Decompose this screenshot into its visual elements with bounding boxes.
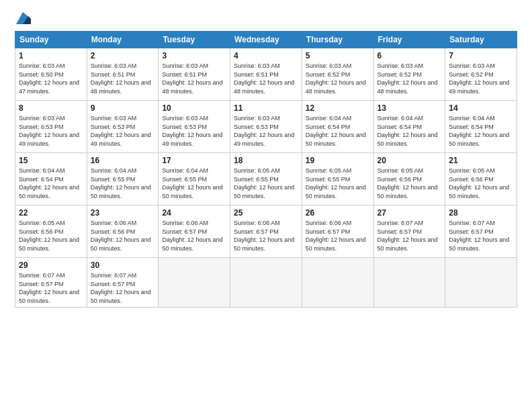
calendar-cell bbox=[445, 258, 517, 308]
day-info: Sunrise: 6:05 AMSunset: 6:56 PMDaylight:… bbox=[449, 167, 513, 200]
calendar-cell: 17Sunrise: 6:04 AMSunset: 6:55 PMDayligh… bbox=[159, 153, 230, 205]
calendar-cell: 7Sunrise: 6:03 AMSunset: 6:52 PMDaylight… bbox=[445, 48, 517, 101]
calendar-cell: 27Sunrise: 6:07 AMSunset: 6:57 PMDayligh… bbox=[373, 205, 445, 258]
header-cell-tuesday: Tuesday bbox=[159, 32, 230, 48]
header-cell-sunday: Sunday bbox=[15, 32, 87, 48]
day-number: 2 bbox=[91, 51, 155, 60]
calendar-cell: 1Sunrise: 6:03 AMSunset: 6:50 PMDaylight… bbox=[15, 48, 87, 101]
calendar-week-4: 22Sunrise: 6:05 AMSunset: 6:56 PMDayligh… bbox=[15, 205, 517, 258]
day-number: 13 bbox=[378, 103, 442, 113]
day-info: Sunrise: 6:06 AMSunset: 6:57 PMDaylight:… bbox=[162, 219, 226, 253]
calendar-cell: 6Sunrise: 6:03 AMSunset: 6:52 PMDaylight… bbox=[373, 48, 445, 101]
calendar-cell: 22Sunrise: 6:05 AMSunset: 6:56 PMDayligh… bbox=[15, 205, 87, 258]
day-info: Sunrise: 6:07 AMSunset: 6:57 PMDaylight:… bbox=[449, 219, 513, 253]
calendar-cell: 19Sunrise: 6:05 AMSunset: 6:55 PMDayligh… bbox=[302, 153, 373, 205]
calendar-cell bbox=[373, 258, 445, 308]
logo bbox=[15, 12, 31, 24]
calendar-cell: 10Sunrise: 6:03 AMSunset: 6:53 PMDayligh… bbox=[159, 101, 230, 153]
day-number: 19 bbox=[306, 156, 370, 165]
calendar-cell bbox=[302, 258, 373, 308]
day-info: Sunrise: 6:04 AMSunset: 6:55 PMDaylight:… bbox=[162, 167, 226, 200]
day-number: 20 bbox=[378, 156, 442, 165]
calendar-cell: 14Sunrise: 6:04 AMSunset: 6:54 PMDayligh… bbox=[445, 101, 517, 153]
day-info: Sunrise: 6:04 AMSunset: 6:55 PMDaylight:… bbox=[91, 167, 155, 200]
day-info: Sunrise: 6:04 AMSunset: 6:54 PMDaylight:… bbox=[19, 167, 83, 200]
day-info: Sunrise: 6:03 AMSunset: 6:53 PMDaylight:… bbox=[162, 114, 226, 148]
day-number: 25 bbox=[234, 208, 298, 218]
day-number: 22 bbox=[19, 208, 83, 218]
calendar-cell: 15Sunrise: 6:04 AMSunset: 6:54 PMDayligh… bbox=[15, 153, 87, 205]
calendar-cell: 30Sunrise: 6:07 AMSunset: 6:57 PMDayligh… bbox=[87, 258, 159, 308]
calendar-body: 1Sunrise: 6:03 AMSunset: 6:50 PMDaylight… bbox=[15, 48, 517, 308]
calendar-cell bbox=[230, 258, 302, 308]
calendar-cell: 21Sunrise: 6:05 AMSunset: 6:56 PMDayligh… bbox=[445, 153, 517, 205]
calendar-cell: 2Sunrise: 6:03 AMSunset: 6:51 PMDaylight… bbox=[87, 48, 159, 101]
calendar-cell: 5Sunrise: 6:03 AMSunset: 6:52 PMDaylight… bbox=[302, 48, 373, 101]
day-info: Sunrise: 6:04 AMSunset: 6:54 PMDaylight:… bbox=[449, 114, 513, 148]
day-info: Sunrise: 6:07 AMSunset: 6:57 PMDaylight:… bbox=[19, 271, 83, 305]
day-number: 9 bbox=[91, 103, 155, 113]
day-number: 29 bbox=[19, 261, 83, 270]
calendar-cell: 24Sunrise: 6:06 AMSunset: 6:57 PMDayligh… bbox=[159, 205, 230, 258]
calendar-cell: 4Sunrise: 6:03 AMSunset: 6:51 PMDaylight… bbox=[230, 48, 302, 101]
day-info: Sunrise: 6:04 AMSunset: 6:54 PMDaylight:… bbox=[306, 114, 370, 148]
calendar-header: SundayMondayTuesdayWednesdayThursdayFrid… bbox=[15, 32, 517, 48]
calendar-week-5: 29Sunrise: 6:07 AMSunset: 6:57 PMDayligh… bbox=[15, 258, 517, 308]
calendar-cell bbox=[159, 258, 230, 308]
day-number: 26 bbox=[306, 208, 370, 218]
day-number: 17 bbox=[162, 156, 226, 165]
day-info: Sunrise: 6:06 AMSunset: 6:57 PMDaylight:… bbox=[306, 219, 370, 253]
calendar-cell: 12Sunrise: 6:04 AMSunset: 6:54 PMDayligh… bbox=[302, 101, 373, 153]
day-number: 21 bbox=[449, 156, 513, 165]
day-info: Sunrise: 6:03 AMSunset: 6:51 PMDaylight:… bbox=[162, 62, 226, 95]
calendar-cell: 8Sunrise: 6:03 AMSunset: 6:53 PMDaylight… bbox=[15, 101, 87, 153]
header-cell-thursday: Thursday bbox=[302, 32, 373, 48]
day-info: Sunrise: 6:03 AMSunset: 6:53 PMDaylight:… bbox=[234, 114, 298, 148]
calendar-cell: 20Sunrise: 6:05 AMSunset: 6:56 PMDayligh… bbox=[373, 153, 445, 205]
header-cell-friday: Friday bbox=[373, 32, 445, 48]
calendar-cell: 25Sunrise: 6:06 AMSunset: 6:57 PMDayligh… bbox=[230, 205, 302, 258]
calendar-table: SundayMondayTuesdayWednesdayThursdayFrid… bbox=[15, 31, 517, 308]
day-number: 12 bbox=[306, 103, 370, 113]
day-number: 3 bbox=[162, 51, 226, 60]
header-row: SundayMondayTuesdayWednesdayThursdayFrid… bbox=[15, 32, 517, 48]
calendar-cell: 28Sunrise: 6:07 AMSunset: 6:57 PMDayligh… bbox=[445, 205, 517, 258]
calendar-week-3: 15Sunrise: 6:04 AMSunset: 6:54 PMDayligh… bbox=[15, 153, 517, 205]
day-info: Sunrise: 6:07 AMSunset: 6:57 PMDaylight:… bbox=[91, 271, 155, 305]
day-info: Sunrise: 6:03 AMSunset: 6:51 PMDaylight:… bbox=[234, 62, 298, 95]
day-info: Sunrise: 6:03 AMSunset: 6:50 PMDaylight:… bbox=[19, 62, 83, 95]
calendar-cell: 18Sunrise: 6:05 AMSunset: 6:55 PMDayligh… bbox=[230, 153, 302, 205]
day-number: 14 bbox=[449, 103, 513, 113]
day-info: Sunrise: 6:04 AMSunset: 6:54 PMDaylight:… bbox=[378, 114, 442, 148]
day-number: 23 bbox=[91, 208, 155, 218]
calendar-cell: 9Sunrise: 6:03 AMSunset: 6:53 PMDaylight… bbox=[87, 101, 159, 153]
day-number: 1 bbox=[19, 51, 83, 60]
day-number: 5 bbox=[306, 51, 370, 60]
day-info: Sunrise: 6:03 AMSunset: 6:52 PMDaylight:… bbox=[449, 62, 513, 95]
day-info: Sunrise: 6:07 AMSunset: 6:57 PMDaylight:… bbox=[378, 219, 442, 253]
day-number: 7 bbox=[449, 51, 513, 60]
header bbox=[15, 12, 517, 24]
calendar-cell: 13Sunrise: 6:04 AMSunset: 6:54 PMDayligh… bbox=[373, 101, 445, 153]
logo-icon bbox=[16, 12, 31, 24]
calendar-cell: 29Sunrise: 6:07 AMSunset: 6:57 PMDayligh… bbox=[15, 258, 87, 308]
calendar-week-2: 8Sunrise: 6:03 AMSunset: 6:53 PMDaylight… bbox=[15, 101, 517, 153]
calendar-cell: 23Sunrise: 6:06 AMSunset: 6:56 PMDayligh… bbox=[87, 205, 159, 258]
calendar-week-1: 1Sunrise: 6:03 AMSunset: 6:50 PMDaylight… bbox=[15, 48, 517, 101]
day-number: 16 bbox=[91, 156, 155, 165]
day-number: 11 bbox=[234, 103, 298, 113]
day-info: Sunrise: 6:03 AMSunset: 6:53 PMDaylight:… bbox=[91, 114, 155, 148]
day-info: Sunrise: 6:06 AMSunset: 6:57 PMDaylight:… bbox=[234, 219, 298, 253]
day-info: Sunrise: 6:03 AMSunset: 6:51 PMDaylight:… bbox=[91, 62, 155, 95]
day-number: 18 bbox=[234, 156, 298, 165]
day-number: 28 bbox=[449, 208, 513, 218]
day-number: 4 bbox=[234, 51, 298, 60]
calendar-cell: 26Sunrise: 6:06 AMSunset: 6:57 PMDayligh… bbox=[302, 205, 373, 258]
page: SundayMondayTuesdayWednesdayThursdayFrid… bbox=[0, 0, 532, 411]
header-cell-wednesday: Wednesday bbox=[230, 32, 302, 48]
day-number: 10 bbox=[162, 103, 226, 113]
day-info: Sunrise: 6:06 AMSunset: 6:56 PMDaylight:… bbox=[91, 219, 155, 253]
day-info: Sunrise: 6:03 AMSunset: 6:52 PMDaylight:… bbox=[306, 62, 370, 95]
day-number: 8 bbox=[19, 103, 83, 113]
calendar-cell: 11Sunrise: 6:03 AMSunset: 6:53 PMDayligh… bbox=[230, 101, 302, 153]
